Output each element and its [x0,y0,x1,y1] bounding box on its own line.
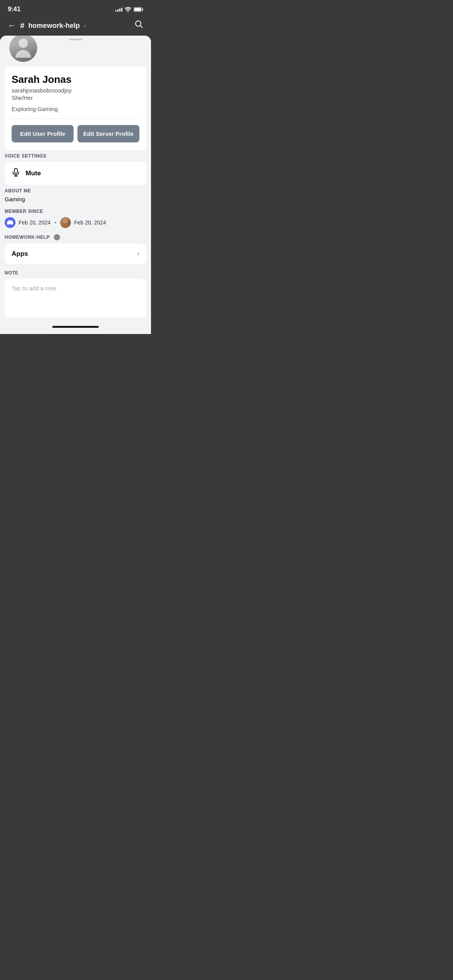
member-since-row: Feb 20, 2024 • Feb 20, 2024 [5,217,146,228]
about-me-label: ABOUT ME [5,188,146,194]
svg-point-5 [19,39,28,48]
member-since-section: MEMBER SINCE Feb 20, 2024 • Feb 20, 2024 [5,209,146,228]
server-member-date: Feb 20, 2024 [74,219,106,226]
nav-left: ← # homework-help › [8,21,86,31]
note-input[interactable] [5,279,146,317]
svg-rect-6 [14,168,17,173]
about-me-text: Gaming [5,196,146,202]
voice-settings-label: VOICE SETTINGS [5,153,146,159]
svg-rect-1 [142,9,143,10]
profile-username: sarahjonasbobmoodjoy [12,87,139,94]
status-time: 9:41 [8,5,21,13]
apps-card: Apps › [5,243,146,264]
note-section: NOTE [5,270,146,319]
homework-status-dot [54,234,60,240]
voice-settings-card: Mute [5,162,146,185]
homework-help-section: HOMEWORK-HELP Apps › [5,234,146,264]
voice-settings-section: VOICE SETTINGS Mute [5,153,146,185]
home-indicator [0,322,151,334]
profile-card: Sarah Jonas sarahjonasbobmoodjoy She/Her… [5,67,146,150]
search-button[interactable] [135,20,143,31]
member-since-label: MEMBER SINCE [5,209,146,214]
discord-icon [5,217,15,228]
member-separator: • [55,219,57,226]
avatar [8,36,39,63]
back-button[interactable]: ← [8,21,16,31]
avatar-area [0,40,151,63]
svg-rect-2 [134,8,141,11]
apps-row[interactable]: Apps › [5,243,146,264]
note-label: NOTE [5,270,146,276]
apps-label: Apps [12,250,28,258]
profile-status: Exploring Gaming [12,106,139,119]
signal-bars-icon [115,7,122,12]
microphone-icon [12,168,20,179]
channel-chevron-icon[interactable]: › [84,22,86,29]
status-icons [115,7,143,12]
svg-point-3 [136,21,141,26]
svg-line-4 [141,26,143,28]
profile-pronouns: She/Her [12,94,139,101]
status-bar: 9:41 [0,0,151,16]
homework-help-header: HOMEWORK-HELP [5,234,146,240]
apps-chevron-icon: › [137,250,139,258]
channel-name[interactable]: homework-help [28,22,80,30]
battery-icon [134,7,143,12]
edit-user-profile-button[interactable]: Edit User Profile [12,125,74,142]
sheet-container: Sarah Jonas sarahjonasbobmoodjoy She/Her… [0,36,151,334]
channel-hash-icon: # [20,21,24,30]
edit-server-profile-button[interactable]: Edit Server Profile [77,125,139,142]
mute-row[interactable]: Mute [5,162,146,185]
server-member-avatar [60,217,71,228]
discord-member-date: Feb 20, 2024 [19,219,51,226]
profile-buttons: Edit User Profile Edit Server Profile [12,125,139,142]
nav-bar: ← # homework-help › [0,16,151,36]
mute-label: Mute [26,170,41,177]
profile-name: Sarah Jonas [12,74,139,86]
wifi-icon [125,7,131,12]
home-bar [52,326,99,328]
svg-point-9 [63,219,68,223]
about-me-section: ABOUT ME Gaming [5,188,146,202]
avatar-image [9,36,37,62]
homework-help-label: HOMEWORK-HELP [5,235,50,240]
